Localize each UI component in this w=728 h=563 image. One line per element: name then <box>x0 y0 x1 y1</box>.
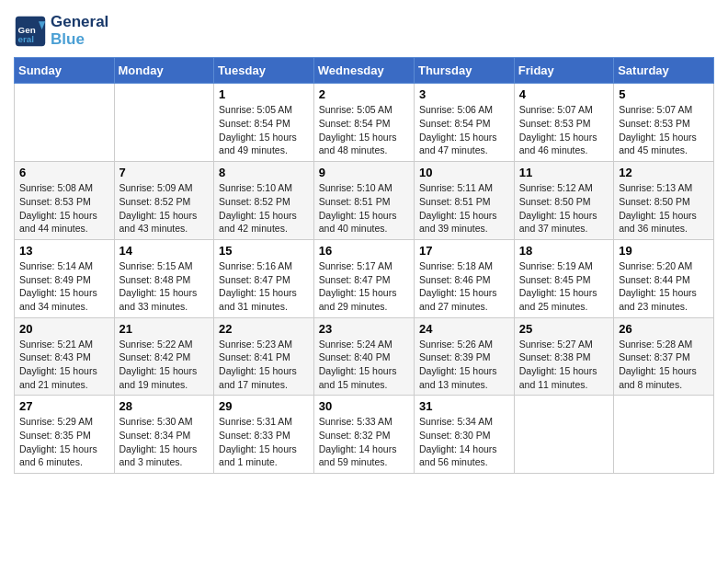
day-info: Sunrise: 5:20 AM Sunset: 8:44 PM Dayligh… <box>619 259 709 314</box>
day-info: Sunrise: 5:16 AM Sunset: 8:47 PM Dayligh… <box>219 259 309 314</box>
calendar-cell: 27Sunrise: 5:29 AM Sunset: 8:35 PM Dayli… <box>15 396 115 474</box>
page-header: Gen eral General Blue <box>14 14 714 48</box>
day-number: 10 <box>419 166 509 179</box>
day-info: Sunrise: 5:19 AM Sunset: 8:45 PM Dayligh… <box>519 259 609 314</box>
calendar-cell: 23Sunrise: 5:24 AM Sunset: 8:40 PM Dayli… <box>313 317 414 396</box>
day-info: Sunrise: 5:21 AM Sunset: 8:43 PM Dayligh… <box>19 338 109 392</box>
day-number: 17 <box>419 244 509 258</box>
day-number: 23 <box>319 322 409 336</box>
calendar-cell: 30Sunrise: 5:33 AM Sunset: 8:32 PM Dayli… <box>313 396 414 474</box>
day-number: 3 <box>419 87 509 101</box>
day-number: 7 <box>119 166 210 179</box>
day-info: Sunrise: 5:05 AM Sunset: 8:54 PM Dayligh… <box>219 103 309 157</box>
calendar-cell: 18Sunrise: 5:19 AM Sunset: 8:45 PM Dayli… <box>514 239 613 317</box>
day-number: 19 <box>619 244 709 258</box>
calendar-cell: 25Sunrise: 5:27 AM Sunset: 8:38 PM Dayli… <box>514 317 613 396</box>
day-info: Sunrise: 5:18 AM Sunset: 8:46 PM Dayligh… <box>419 259 509 314</box>
day-number: 6 <box>19 166 109 179</box>
calendar-cell <box>114 84 214 162</box>
logo-text: General Blue <box>51 14 108 48</box>
day-number: 12 <box>619 166 709 179</box>
day-number: 28 <box>119 399 210 413</box>
day-info: Sunrise: 5:14 AM Sunset: 8:49 PM Dayligh… <box>19 259 109 314</box>
day-number: 21 <box>119 322 210 336</box>
calendar-cell: 24Sunrise: 5:26 AM Sunset: 8:39 PM Dayli… <box>414 317 514 396</box>
calendar-cell: 1Sunrise: 5:05 AM Sunset: 8:54 PM Daylig… <box>214 84 314 162</box>
calendar-week-row: 1Sunrise: 5:05 AM Sunset: 8:54 PM Daylig… <box>15 84 714 162</box>
calendar-cell: 9Sunrise: 5:10 AM Sunset: 8:51 PM Daylig… <box>313 162 414 240</box>
day-number: 24 <box>419 322 509 336</box>
calendar-cell: 15Sunrise: 5:16 AM Sunset: 8:47 PM Dayli… <box>214 239 314 317</box>
day-number: 5 <box>619 87 709 101</box>
calendar-cell: 14Sunrise: 5:15 AM Sunset: 8:48 PM Dayli… <box>114 239 214 317</box>
day-info: Sunrise: 5:27 AM Sunset: 8:38 PM Dayligh… <box>519 338 609 392</box>
calendar-cell: 2Sunrise: 5:05 AM Sunset: 8:54 PM Daylig… <box>313 84 414 162</box>
calendar-cell: 21Sunrise: 5:22 AM Sunset: 8:42 PM Dayli… <box>114 317 214 396</box>
day-number: 4 <box>519 87 609 101</box>
calendar-cell <box>514 396 613 474</box>
day-info: Sunrise: 5:07 AM Sunset: 8:53 PM Dayligh… <box>619 103 709 157</box>
day-number: 14 <box>119 244 210 258</box>
day-info: Sunrise: 5:33 AM Sunset: 8:32 PM Dayligh… <box>319 415 409 469</box>
calendar-cell: 12Sunrise: 5:13 AM Sunset: 8:50 PM Dayli… <box>614 162 714 240</box>
calendar-cell: 13Sunrise: 5:14 AM Sunset: 8:49 PM Dayli… <box>15 239 115 317</box>
day-info: Sunrise: 5:22 AM Sunset: 8:42 PM Dayligh… <box>119 338 210 392</box>
day-info: Sunrise: 5:13 AM Sunset: 8:50 PM Dayligh… <box>619 181 709 236</box>
day-info: Sunrise: 5:30 AM Sunset: 8:34 PM Dayligh… <box>119 415 210 469</box>
calendar-cell: 3Sunrise: 5:06 AM Sunset: 8:54 PM Daylig… <box>414 84 514 162</box>
calendar-cell: 11Sunrise: 5:12 AM Sunset: 8:50 PM Dayli… <box>514 162 613 240</box>
day-number: 13 <box>19 244 109 258</box>
day-info: Sunrise: 5:23 AM Sunset: 8:41 PM Dayligh… <box>219 338 309 392</box>
day-number: 11 <box>519 166 609 179</box>
calendar-cell <box>15 84 115 162</box>
day-number: 22 <box>219 322 309 336</box>
day-info: Sunrise: 5:08 AM Sunset: 8:53 PM Dayligh… <box>19 181 109 236</box>
logo-icon: Gen eral <box>14 15 47 48</box>
day-info: Sunrise: 5:07 AM Sunset: 8:53 PM Dayligh… <box>519 103 609 157</box>
calendar-cell: 17Sunrise: 5:18 AM Sunset: 8:46 PM Dayli… <box>414 239 514 317</box>
weekday-header: Friday <box>514 58 613 84</box>
day-number: 2 <box>319 87 409 101</box>
day-number: 26 <box>619 322 709 336</box>
calendar-cell: 5Sunrise: 5:07 AM Sunset: 8:53 PM Daylig… <box>614 84 714 162</box>
weekday-header: Tuesday <box>214 58 314 84</box>
day-number: 29 <box>219 399 309 413</box>
day-info: Sunrise: 5:34 AM Sunset: 8:30 PM Dayligh… <box>419 415 509 469</box>
day-number: 25 <box>519 322 609 336</box>
calendar-week-row: 6Sunrise: 5:08 AM Sunset: 8:53 PM Daylig… <box>15 162 714 240</box>
calendar-cell: 28Sunrise: 5:30 AM Sunset: 8:34 PM Dayli… <box>114 396 214 474</box>
day-number: 27 <box>19 399 109 413</box>
day-info: Sunrise: 5:28 AM Sunset: 8:37 PM Dayligh… <box>619 338 709 392</box>
weekday-header: Sunday <box>15 58 115 84</box>
weekday-header: Wednesday <box>313 58 414 84</box>
calendar-table: SundayMondayTuesdayWednesdayThursdayFrid… <box>14 57 714 474</box>
day-info: Sunrise: 5:15 AM Sunset: 8:48 PM Dayligh… <box>119 259 210 314</box>
logo: Gen eral General Blue <box>14 14 108 48</box>
day-info: Sunrise: 5:29 AM Sunset: 8:35 PM Dayligh… <box>19 415 109 469</box>
calendar-week-row: 13Sunrise: 5:14 AM Sunset: 8:49 PM Dayli… <box>15 239 714 317</box>
day-info: Sunrise: 5:09 AM Sunset: 8:52 PM Dayligh… <box>119 181 210 236</box>
calendar-cell <box>614 396 714 474</box>
day-info: Sunrise: 5:26 AM Sunset: 8:39 PM Dayligh… <box>419 338 509 392</box>
weekday-header: Saturday <box>614 58 714 84</box>
calendar-cell: 16Sunrise: 5:17 AM Sunset: 8:47 PM Dayli… <box>313 239 414 317</box>
calendar-cell: 10Sunrise: 5:11 AM Sunset: 8:51 PM Dayli… <box>414 162 514 240</box>
day-number: 20 <box>19 322 109 336</box>
weekday-header: Thursday <box>414 58 514 84</box>
day-number: 8 <box>219 166 309 179</box>
svg-text:eral: eral <box>18 33 35 43</box>
day-number: 18 <box>519 244 609 258</box>
day-info: Sunrise: 5:05 AM Sunset: 8:54 PM Dayligh… <box>319 103 409 157</box>
calendar-week-row: 27Sunrise: 5:29 AM Sunset: 8:35 PM Dayli… <box>15 396 714 474</box>
day-number: 31 <box>419 399 509 413</box>
calendar-cell: 31Sunrise: 5:34 AM Sunset: 8:30 PM Dayli… <box>414 396 514 474</box>
day-number: 30 <box>319 399 409 413</box>
day-info: Sunrise: 5:11 AM Sunset: 8:51 PM Dayligh… <box>419 181 509 236</box>
calendar-cell: 19Sunrise: 5:20 AM Sunset: 8:44 PM Dayli… <box>614 239 714 317</box>
day-info: Sunrise: 5:10 AM Sunset: 8:51 PM Dayligh… <box>319 181 409 236</box>
calendar-header-row: SundayMondayTuesdayWednesdayThursdayFrid… <box>15 58 714 84</box>
calendar-cell: 26Sunrise: 5:28 AM Sunset: 8:37 PM Dayli… <box>614 317 714 396</box>
calendar-cell: 6Sunrise: 5:08 AM Sunset: 8:53 PM Daylig… <box>15 162 115 240</box>
day-number: 15 <box>219 244 309 258</box>
day-number: 9 <box>319 166 409 179</box>
